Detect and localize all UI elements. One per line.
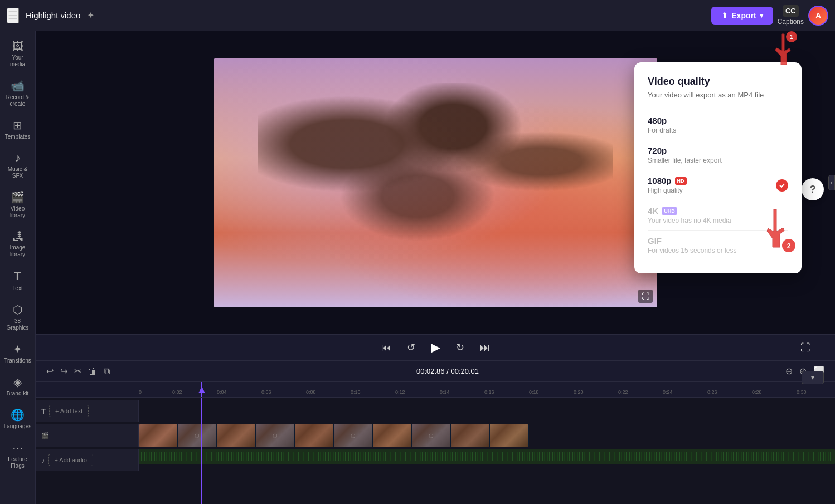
quality-desc-gif: For videos 15 seconds or less	[648, 247, 788, 255]
quality-option-1080p[interactable]: 1080p HD High quality	[648, 170, 788, 200]
strip-segment-2[interactable]	[178, 424, 217, 447]
ruler-mark-14: 0:28	[752, 389, 762, 395]
sidebar-item-label: Image library	[4, 244, 31, 258]
zoom-out-button[interactable]: ⊖	[784, 364, 794, 378]
quality-desc-4k: Your video has no 4K media	[648, 217, 788, 224]
quality-panel-subtitle: Your video will export as an MP4 file	[648, 91, 788, 99]
your-media-icon: 🖼	[12, 40, 23, 53]
sidebar-item-graphics[interactable]: ⬡ 38 Graphics	[2, 299, 33, 336]
sidebar-item-record-create[interactable]: 📹 Record & create	[2, 75, 33, 112]
quality-option-4k: 4K UHD Your video has no 4K media	[648, 200, 788, 231]
skip-back-button[interactable]: ⏮	[379, 340, 394, 356]
help-button[interactable]: ?	[802, 178, 824, 200]
quality-option-gif: GIF For videos 15 seconds or less	[648, 231, 788, 260]
undo-button[interactable]: ↩	[45, 364, 55, 378]
quality-selected-indicator	[776, 179, 788, 192]
captions-icon: CC	[783, 5, 799, 17]
sidebar-item-transitions[interactable]: ✦ Transitions	[2, 338, 33, 369]
graphics-icon: ⬡	[13, 303, 22, 316]
ruler-mark-15: 0:30	[797, 389, 807, 395]
svg-text:1: 1	[790, 33, 793, 40]
quality-option-720p[interactable]: 720p Smaller file, faster export	[648, 140, 788, 170]
sidebar-item-feature-flags[interactable]: ⋯ Feature Flags	[2, 437, 33, 474]
timeline-ruler: 0 0:02 0:04 0:06 0:08 0:10 0:12 0:14 0:1…	[36, 382, 835, 398]
video-library-icon: 🎬	[11, 190, 25, 204]
scissors-button[interactable]: ✂	[72, 364, 83, 378]
sidebar-item-templates[interactable]: ⊞ Templates	[2, 114, 33, 145]
strip-segment-10[interactable]	[490, 424, 529, 447]
collapse-right-button[interactable]: ‹	[828, 175, 835, 190]
fullscreen-ctrl-button[interactable]: ⛶	[798, 340, 813, 356]
strip-segment-7[interactable]	[373, 424, 412, 447]
add-audio-button[interactable]: + Add audio	[48, 454, 93, 466]
sidebar-item-text[interactable]: T Text	[2, 265, 33, 296]
sidebar-item-brand-kit[interactable]: ◈ Brand kit	[2, 371, 33, 402]
redo-button[interactable]: ↪	[59, 364, 69, 378]
export-label: Export	[731, 11, 756, 20]
sidebar-item-label: Music & SFX	[4, 166, 31, 179]
export-button[interactable]: ⬆ Export ▾	[711, 7, 773, 25]
strip-segment-1[interactable]	[139, 424, 178, 447]
rewind-button[interactable]: ↺	[405, 339, 418, 356]
skip-forward-button[interactable]: ⏭	[478, 340, 492, 356]
uhd-badge: UHD	[662, 207, 677, 215]
strip-segment-5[interactable]	[295, 424, 334, 447]
audio-track-icon: ♪	[41, 456, 45, 464]
quality-label-4k: 4K	[648, 206, 658, 216]
audio-track-label: ♪ + Add audio	[36, 449, 139, 471]
user-avatar[interactable]: A	[808, 6, 828, 26]
ruler-mark-6: 0:12	[395, 389, 405, 395]
audio-track-row: ♪ + Add audio	[36, 449, 835, 471]
feature-flags-icon: ⋯	[12, 441, 23, 454]
strip-segment-9[interactable]	[451, 424, 490, 447]
checkmark-icon	[779, 182, 785, 189]
sidebar-item-label: Feature Flags	[4, 456, 31, 469]
sidebar-item-label: Record & create	[4, 94, 31, 107]
strip-segment-8[interactable]	[412, 424, 451, 447]
video-track-icon: 🎬	[41, 432, 49, 439]
transitions-icon: ✦	[13, 342, 22, 356]
fast-forward-button[interactable]: ↻	[454, 339, 467, 356]
playhead[interactable]	[201, 382, 202, 397]
audio-strip	[139, 449, 835, 464]
video-strip	[139, 424, 529, 447]
sidebar-item-label: Your media	[4, 55, 31, 68]
text-track-content	[139, 400, 835, 422]
quality-label-480p: 480p	[648, 116, 667, 125]
sidebar-item-music-sfx[interactable]: ♪ Music & SFX	[2, 147, 33, 184]
play-pause-button[interactable]: ▶	[429, 338, 443, 357]
topbar: ☰ Highlight video ✦ ⬆ Export ▾ CC Captio…	[0, 0, 835, 31]
text-track-icon: T	[41, 407, 46, 415]
current-time: 00:02.86	[416, 367, 445, 375]
sidebar-item-image-library[interactable]: 🏞 Image library	[2, 226, 33, 262]
strip-segment-4[interactable]	[256, 424, 295, 447]
strip-segment-3[interactable]	[217, 424, 256, 447]
total-time: 00:20.01	[450, 367, 479, 375]
sidebar-item-label: 38 Graphics	[4, 318, 31, 331]
fullscreen-button[interactable]: ⛶	[638, 290, 653, 303]
sidebar-item-video-library[interactable]: 🎬 Video library	[2, 186, 33, 223]
quality-desc-720p: Smaller file, faster export	[648, 156, 788, 164]
timeline-collapse-button[interactable]: ▾	[802, 371, 824, 384]
copy-button[interactable]: ⧉	[102, 365, 111, 378]
brand-kit-icon: ◈	[13, 375, 22, 389]
timeline-controls-bar: ↩ ↪ ✂ 🗑 ⧉ 00:02.86 / 00:20.01 ⊖ ⊕ ⬜	[36, 360, 835, 381]
quality-label-1080p: 1080p	[648, 176, 672, 185]
text-track-label: T + Add text	[36, 400, 139, 422]
sidebar-item-languages[interactable]: 🌐 Languages	[2, 404, 33, 434]
hamburger-menu-button[interactable]: ☰	[7, 8, 19, 23]
languages-icon: 🌐	[11, 408, 25, 422]
trash-button[interactable]: 🗑	[86, 365, 99, 378]
quality-desc-480p: For drafts	[648, 126, 788, 134]
sidebar-item-label: Video library	[4, 205, 31, 219]
ruler-mark-11: 0:22	[618, 389, 628, 395]
sidebar-item-label: Languages	[4, 423, 32, 430]
quality-option-480p[interactable]: 480p For drafts	[648, 110, 788, 140]
ruler-mark-1: 0:02	[172, 389, 182, 395]
sidebar-item-label: Brand kit	[7, 390, 28, 397]
add-text-button[interactable]: + Add text	[49, 405, 89, 417]
text-track-row: T + Add text	[36, 400, 835, 422]
sidebar-item-your-media[interactable]: 🖼 Your media	[2, 36, 33, 72]
strip-segment-6[interactable]	[334, 424, 373, 447]
captions-button[interactable]: CC Captions	[778, 5, 804, 26]
